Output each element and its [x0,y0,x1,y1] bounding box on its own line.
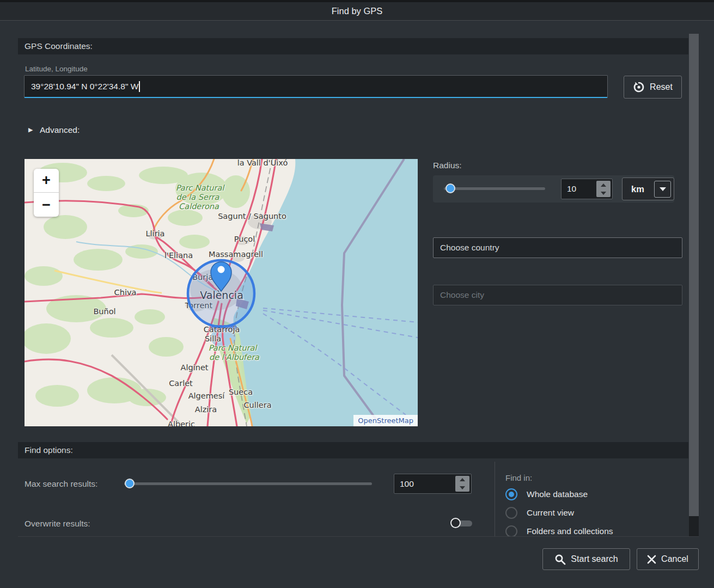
max-results-spin-buttons [455,476,469,492]
find-by-gps-dialog: Find by GPS GPS Coordinates: Latitude, L… [0,0,714,588]
coordinates-value: 39°28'10.94" N 0°22'34.8" W [31,82,138,91]
close-icon [647,555,656,564]
spin-down-button[interactable] [455,484,469,492]
radius-unit-combo[interactable]: km [622,177,674,200]
radio-icon [505,525,517,536]
reset-button-label: Reset [650,82,673,92]
overwrite-results-label: Overwrite results: [25,519,90,529]
unit-dropdown-button[interactable] [654,181,671,198]
find-options-header-label: Find options: [25,445,73,455]
footer-divider [18,536,699,537]
chevron-down-icon [660,187,666,191]
choose-city-combo[interactable]: Choose city [433,285,682,305]
scrollbar-track[interactable] [689,34,699,536]
radius-spinbox[interactable]: 10 [561,179,613,199]
radio-whole-database[interactable]: Whole database [505,488,588,500]
radius-unit-value: km [623,184,654,194]
arrow-down-icon [460,486,465,489]
radio-icon [505,488,517,500]
spin-up-button[interactable] [455,476,469,484]
text-caret [139,81,140,92]
choose-city-placeholder: Choose city [440,290,484,300]
radius-label: Radius: [433,161,462,170]
search-icon [554,554,566,565]
find-options-header: Find options: [18,442,688,458]
gps-coordinates-header: GPS Coordinates: [18,38,688,54]
cancel-button[interactable]: Cancel [637,548,699,570]
arrow-up-icon [460,478,465,481]
radio-current-view[interactable]: Current view [505,507,574,519]
arrow-down-icon [601,192,606,195]
coordinates-input[interactable]: 39°28'10.94" N 0°22'34.8" W [24,75,608,98]
toggle-knob [450,518,461,528]
dialog-title: Find by GPS [332,6,383,16]
max-results-value: 100 [394,479,455,489]
choose-country-placeholder: Choose country [440,243,499,253]
cancel-label: Cancel [661,554,688,564]
map-zoom-control: + − [34,169,59,217]
spin-down-button[interactable] [596,189,611,197]
overwrite-results-toggle[interactable] [450,518,473,529]
max-results-label: Max search results: [25,479,97,489]
max-results-slider-handle[interactable] [125,479,135,488]
zoom-in-button[interactable]: + [34,169,59,193]
zoom-out-button[interactable]: − [34,193,59,217]
dialog-titlebar[interactable]: Find by GPS [0,2,714,21]
choose-country-combo[interactable]: Choose country [433,237,682,258]
max-results-spinbox[interactable]: 100 [394,474,472,494]
radio-icon [505,507,517,519]
coordinates-field-label: Latitude, Longitude [25,65,88,73]
scrollbar-thumb[interactable] [689,34,699,516]
reset-icon [633,81,645,93]
reset-button[interactable]: Reset [624,76,682,99]
radio-label: Whole database [527,489,588,499]
radio-folders-collections[interactable]: Folders and collections [505,525,613,536]
options-divider [495,462,495,536]
spin-up-button[interactable] [596,181,611,189]
advanced-expander-label[interactable]: Advanced: [40,125,80,135]
advanced-expander-arrow[interactable]: ▶ [28,126,33,133]
map-view[interactable]: la Vall d'UixóParc Naturalde la SerraCal… [25,159,418,426]
osm-attribution-link[interactable]: OpenStreetMap [353,415,418,426]
radius-spin-buttons [596,181,611,197]
radio-label: Current view [527,508,574,518]
find-in-group: Find in: Whole database Current view Fol… [501,462,686,536]
map-canvas[interactable] [25,159,418,426]
find-in-label: Find in: [505,473,532,482]
radius-slider-track[interactable] [444,187,545,190]
start-search-label: Start search [571,554,618,564]
radius-slider-handle[interactable] [446,183,455,193]
start-search-button[interactable]: Start search [542,548,630,570]
gps-coordinates-header-label: GPS Coordinates: [25,41,93,51]
radius-value: 10 [562,184,596,194]
max-results-slider-track[interactable] [124,482,372,485]
radio-label: Folders and collections [527,526,613,536]
arrow-up-icon [601,183,606,187]
